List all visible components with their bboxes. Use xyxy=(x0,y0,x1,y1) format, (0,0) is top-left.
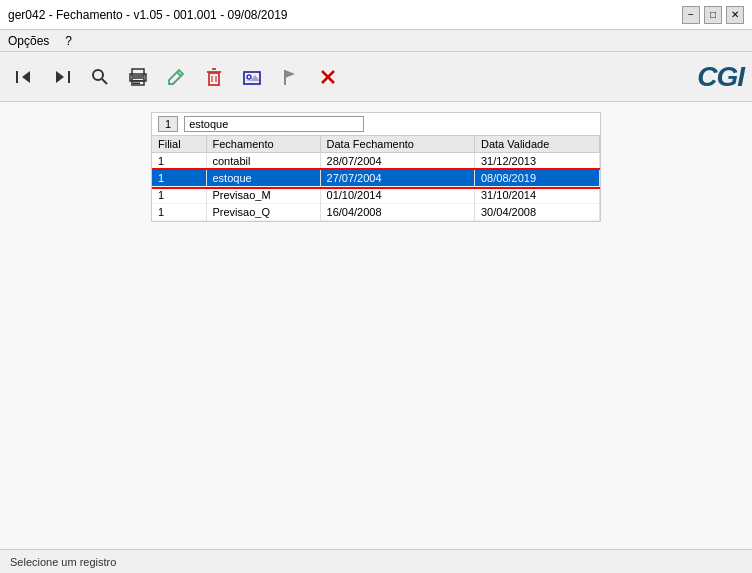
title-bar: ger042 - Fechamento - v1.05 - 001.001 - … xyxy=(0,0,752,30)
svg-marker-22 xyxy=(285,70,295,78)
table-cell: estoque xyxy=(206,170,320,187)
table-cell: 31/10/2014 xyxy=(474,187,599,204)
last-record-button[interactable] xyxy=(46,61,78,93)
minimize-button[interactable]: − xyxy=(682,6,700,24)
toolbar-buttons xyxy=(8,61,344,93)
col-filial: Filial xyxy=(152,136,206,153)
window-controls: − □ ✕ xyxy=(682,6,744,24)
photos-button[interactable] xyxy=(236,61,268,93)
table-cell: 08/08/2019 xyxy=(474,170,599,187)
table-cell: 1 xyxy=(152,187,206,204)
menu-help[interactable]: ? xyxy=(65,34,72,48)
table-cell: contabil xyxy=(206,153,320,170)
search-number: 1 xyxy=(158,116,178,132)
svg-point-4 xyxy=(93,70,103,80)
svg-marker-11 xyxy=(169,70,183,84)
svg-marker-20 xyxy=(244,75,260,81)
svg-marker-1 xyxy=(22,71,30,83)
table-cell: 31/12/2013 xyxy=(474,153,599,170)
print-icon xyxy=(128,67,148,87)
cancel-button[interactable] xyxy=(312,61,344,93)
svg-rect-2 xyxy=(68,71,70,83)
delete-icon xyxy=(204,67,224,87)
edit-button[interactable] xyxy=(160,61,192,93)
table-cell: Previsao_Q xyxy=(206,204,320,221)
svg-rect-9 xyxy=(133,80,143,82)
svg-marker-3 xyxy=(56,71,64,83)
table-row[interactable]: 1contabil28/07/200431/12/2013 xyxy=(152,153,600,170)
col-data-fechamento: Data Fechamento xyxy=(320,136,474,153)
table-cell: 16/04/2008 xyxy=(320,204,474,221)
svg-line-5 xyxy=(102,79,107,84)
menu-opcoes[interactable]: Opções xyxy=(8,34,49,48)
cgi-logo: CGI xyxy=(697,61,744,93)
status-text: Selecione um registro xyxy=(10,556,116,568)
first-record-button[interactable] xyxy=(8,61,40,93)
main-content: 1 Filial Fechamento Data Fechamento Data… xyxy=(0,102,752,549)
flag-button[interactable] xyxy=(274,61,306,93)
table-cell: 01/10/2014 xyxy=(320,187,474,204)
delete-button[interactable] xyxy=(198,61,230,93)
last-icon xyxy=(52,67,72,87)
svg-rect-6 xyxy=(132,69,144,76)
search-button[interactable] xyxy=(84,61,116,93)
first-icon xyxy=(14,67,34,87)
table-cell: 28/07/2004 xyxy=(320,153,474,170)
edit-icon xyxy=(166,67,186,87)
cancel-icon xyxy=(318,67,338,87)
table-cell: Previsao_M xyxy=(206,187,320,204)
table-body: 1contabil28/07/200431/12/20131estoque27/… xyxy=(152,153,600,221)
table-cell: 30/04/2008 xyxy=(474,204,599,221)
search-input[interactable] xyxy=(184,116,364,132)
table-row[interactable]: 1Previsao_Q16/04/200830/04/2008 xyxy=(152,204,600,221)
table-scroll[interactable]: Filial Fechamento Data Fechamento Data V… xyxy=(152,136,600,221)
print-button[interactable] xyxy=(122,61,154,93)
svg-rect-13 xyxy=(209,73,219,85)
menu-bar: Opções ? xyxy=(0,30,752,52)
maximize-button[interactable]: □ xyxy=(704,6,722,24)
table-cell: 1 xyxy=(152,170,206,187)
data-table: Filial Fechamento Data Fechamento Data V… xyxy=(152,136,600,221)
table-row[interactable]: 1Previsao_M01/10/201431/10/2014 xyxy=(152,187,600,204)
svg-point-19 xyxy=(247,75,251,79)
flag-icon xyxy=(280,67,300,87)
toolbar: CGI xyxy=(0,52,752,102)
table-cell: 1 xyxy=(152,153,206,170)
table-row[interactable]: 1estoque27/07/200408/08/2019 xyxy=(152,170,600,187)
status-bar: Selecione um registro xyxy=(0,549,752,573)
close-button[interactable]: ✕ xyxy=(726,6,744,24)
svg-rect-0 xyxy=(16,71,18,83)
svg-rect-10 xyxy=(133,82,140,84)
table-cell: 1 xyxy=(152,204,206,221)
search-row: 1 xyxy=(152,113,600,136)
col-data-validade: Data Validade xyxy=(474,136,599,153)
svg-rect-18 xyxy=(244,72,260,84)
data-panel: 1 Filial Fechamento Data Fechamento Data… xyxy=(151,112,601,222)
search-icon xyxy=(90,67,110,87)
window-title: ger042 - Fechamento - v1.05 - 001.001 - … xyxy=(8,8,288,22)
table-header: Filial Fechamento Data Fechamento Data V… xyxy=(152,136,600,153)
photos-icon xyxy=(242,67,262,87)
table-cell: 27/07/2004 xyxy=(320,170,474,187)
col-fechamento: Fechamento xyxy=(206,136,320,153)
